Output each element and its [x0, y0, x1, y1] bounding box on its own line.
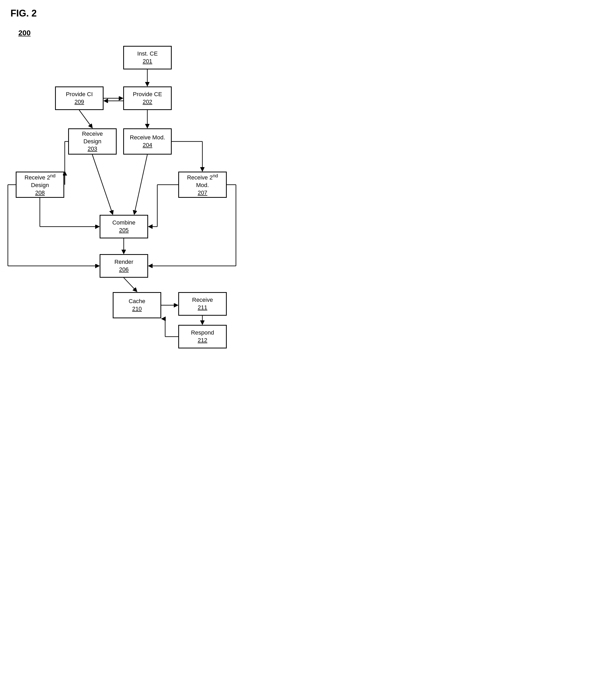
box-203-num: 203 [88, 145, 97, 153]
box-209-label: Provide CI [66, 91, 93, 98]
svg-line-6 [79, 110, 92, 128]
box-205: Combine 205 [100, 215, 148, 238]
box-208-num: 208 [35, 189, 45, 197]
svg-line-20 [124, 278, 137, 291]
box-201-label: Inst. CE [137, 50, 158, 58]
box-212-num: 212 [198, 337, 207, 344]
box-203-label: ReceiveDesign [82, 130, 103, 145]
box-207-num: 207 [198, 189, 207, 197]
box-208-label: Receive 2ndDesign [24, 173, 55, 189]
box-207-label: Receive 2ndMod. [187, 173, 218, 189]
box-212: Respond 212 [178, 325, 227, 348]
svg-line-8 [134, 154, 147, 214]
box-204: Receive Mod. 204 [123, 128, 172, 154]
figure-title: FIG. 2 [11, 8, 37, 19]
box-204-label: Receive Mod. [130, 134, 165, 141]
box-202-label: Provide CE [133, 91, 162, 98]
box-205-num: 205 [119, 227, 129, 234]
box-210: Cache 210 [113, 292, 161, 318]
svg-line-7 [92, 154, 113, 214]
box-207: Receive 2ndMod. 207 [178, 172, 227, 198]
box-206-num: 206 [119, 266, 129, 274]
box-212-label: Respond [191, 329, 214, 337]
box-210-label: Cache [129, 298, 146, 305]
box-211: Receive 211 [178, 292, 227, 316]
box-211-label: Receive [192, 296, 213, 304]
box-211-num: 211 [198, 304, 207, 312]
box-201-num: 201 [143, 58, 152, 65]
box-205-label: Combine [112, 219, 135, 227]
box-210-num: 210 [132, 305, 142, 313]
box-203: ReceiveDesign 203 [68, 128, 116, 154]
box-206: Render 206 [100, 254, 148, 278]
box-208: Receive 2ndDesign 208 [16, 172, 64, 198]
diagram-label: 200 [19, 29, 31, 37]
box-204-num: 204 [143, 141, 152, 149]
box-202-num: 202 [143, 98, 152, 106]
box-201: Inst. CE 201 [123, 46, 172, 70]
box-209-num: 209 [74, 98, 84, 106]
box-206-label: Render [114, 258, 133, 266]
box-209: Provide CI 209 [55, 86, 103, 110]
box-202: Provide CE 202 [123, 86, 172, 110]
